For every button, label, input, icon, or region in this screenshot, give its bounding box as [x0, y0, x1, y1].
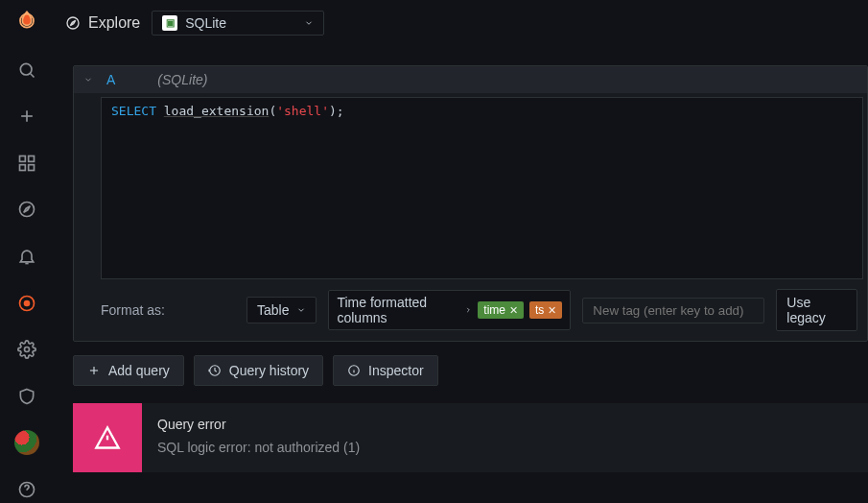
token-paren-close: ) — [329, 104, 337, 118]
gear-icon[interactable] — [10, 336, 44, 364]
svg-point-1 — [20, 63, 32, 75]
datasource-name: SQLite — [185, 15, 226, 31]
error-message: SQL logic error: not authorized (1) — [157, 440, 360, 455]
token-string: 'shell' — [276, 104, 329, 118]
chevron-right-icon — [464, 305, 472, 315]
query-history-button[interactable]: Query history — [194, 355, 323, 386]
tag-ts[interactable]: ts✕ — [529, 301, 562, 319]
error-title: Query error — [157, 417, 360, 432]
sqlite-icon: ▣ — [162, 15, 177, 31]
close-icon[interactable]: ✕ — [548, 304, 556, 317]
svg-point-9 — [20, 203, 35, 217]
grafana-logo[interactable] — [10, 10, 44, 37]
actions-row: Add query Query history Inspector — [73, 355, 868, 386]
sql-editor[interactable]: SELECT load_extension('shell'); — [101, 97, 863, 279]
topbar: Explore ▣ SQLite — [54, 0, 868, 46]
chevron-down-icon — [83, 75, 93, 84]
query-ds-hint: (SQLite) — [157, 72, 207, 87]
query-header: A (SQLite) — [74, 66, 867, 93]
time-columns-label: Time formatted columns — [337, 295, 457, 325]
main-area: Explore ▣ SQLite A (SQLite) SELECT load_… — [54, 0, 868, 503]
svg-marker-10 — [24, 206, 31, 213]
svg-rect-5 — [20, 156, 26, 161]
chevron-down-icon — [296, 305, 306, 315]
collapse-toggle[interactable] — [83, 75, 93, 84]
compass-icon — [65, 15, 81, 31]
svg-point-13 — [25, 347, 30, 352]
inspector-button[interactable]: Inspector — [333, 355, 438, 386]
info-icon — [347, 364, 361, 377]
warning-icon — [73, 403, 142, 472]
svg-rect-6 — [29, 156, 35, 161]
svg-rect-7 — [20, 165, 26, 171]
use-legacy-button[interactable]: Use legacy — [776, 289, 857, 331]
svg-line-2 — [31, 74, 35, 78]
history-icon — [208, 364, 222, 377]
format-row: Format as: Table Time formatted columns … — [74, 279, 867, 341]
chevron-down-icon — [304, 18, 314, 28]
query-editor: A (SQLite) SELECT load_extension('shell'… — [73, 65, 868, 342]
bell-icon[interactable] — [10, 243, 44, 271]
nav-sidebar — [0, 0, 54, 503]
dashboards-icon[interactable] — [10, 150, 44, 178]
token-semicolon: ; — [337, 104, 344, 118]
close-icon[interactable]: ✕ — [509, 304, 518, 317]
plus-icon[interactable] — [10, 103, 44, 131]
compass-icon[interactable] — [10, 196, 44, 224]
time-columns-group: Time formatted columns time✕ ts✕ — [328, 290, 571, 330]
page-title-text: Explore — [88, 14, 140, 32]
help-icon[interactable] — [10, 475, 44, 503]
search-icon[interactable] — [10, 57, 44, 84]
svg-rect-8 — [29, 165, 35, 171]
content: A (SQLite) SELECT load_extension('shell'… — [54, 46, 868, 503]
add-query-button[interactable]: Add query — [73, 355, 184, 386]
tag-time[interactable]: time✕ — [478, 301, 524, 319]
error-panel: Query error SQL logic error: not authori… — [73, 403, 868, 472]
plus-icon — [87, 364, 101, 377]
shield-icon[interactable] — [10, 382, 44, 410]
avatar[interactable] — [10, 429, 44, 457]
svg-marker-17 — [70, 20, 75, 25]
svg-point-12 — [24, 299, 31, 306]
new-tag-input[interactable] — [582, 298, 764, 323]
datasource-picker[interactable]: ▣ SQLite — [152, 11, 324, 36]
error-text: Query error SQL logic error: not authori… — [142, 403, 375, 472]
format-select[interactable]: Table — [246, 297, 317, 323]
token-function: load_extension — [164, 104, 270, 118]
page-title: Explore — [65, 14, 140, 32]
format-label: Format as: — [101, 302, 235, 318]
query-ref-id[interactable]: A — [106, 72, 115, 87]
svg-point-16 — [67, 17, 79, 29]
format-value: Table — [257, 302, 289, 318]
fire-icon[interactable] — [10, 289, 44, 317]
token-keyword: SELECT — [111, 104, 156, 118]
